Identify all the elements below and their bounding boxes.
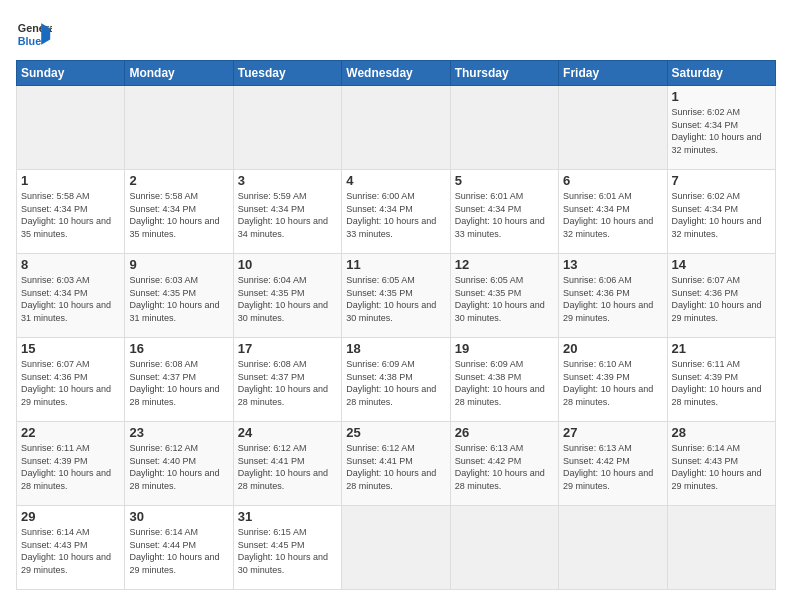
calendar-day-17: 17 Sunrise: 6:08 AM Sunset: 4:37 PM Dayl… — [233, 338, 341, 422]
calendar-day-22: 22 Sunrise: 6:11 AM Sunset: 4:39 PM Dayl… — [17, 422, 125, 506]
day-details: Sunrise: 6:09 AM Sunset: 4:38 PM Dayligh… — [346, 358, 445, 408]
day-number: 19 — [455, 341, 554, 356]
day-header-sunday: Sunday — [17, 61, 125, 86]
day-number: 25 — [346, 425, 445, 440]
calendar-day-24: 24 Sunrise: 6:12 AM Sunset: 4:41 PM Dayl… — [233, 422, 341, 506]
day-details: Sunrise: 6:14 AM Sunset: 4:43 PM Dayligh… — [21, 526, 120, 576]
calendar-day-1: 1 Sunrise: 5:58 AM Sunset: 4:34 PM Dayli… — [17, 170, 125, 254]
day-details: Sunrise: 6:04 AM Sunset: 4:35 PM Dayligh… — [238, 274, 337, 324]
day-number: 13 — [563, 257, 662, 272]
day-details: Sunrise: 6:01 AM Sunset: 4:34 PM Dayligh… — [455, 190, 554, 240]
day-details: Sunrise: 6:03 AM Sunset: 4:34 PM Dayligh… — [21, 274, 120, 324]
calendar-day-3: 3 Sunrise: 5:59 AM Sunset: 4:34 PM Dayli… — [233, 170, 341, 254]
day-number: 22 — [21, 425, 120, 440]
calendar-day-14: 14 Sunrise: 6:07 AM Sunset: 4:36 PM Dayl… — [667, 254, 775, 338]
day-header-saturday: Saturday — [667, 61, 775, 86]
day-details: Sunrise: 5:59 AM Sunset: 4:34 PM Dayligh… — [238, 190, 337, 240]
day-number: 30 — [129, 509, 228, 524]
day-number: 15 — [21, 341, 120, 356]
calendar-day-20: 20 Sunrise: 6:10 AM Sunset: 4:39 PM Dayl… — [559, 338, 667, 422]
calendar-day-18: 18 Sunrise: 6:09 AM Sunset: 4:38 PM Dayl… — [342, 338, 450, 422]
day-number: 29 — [21, 509, 120, 524]
day-details: Sunrise: 6:13 AM Sunset: 4:42 PM Dayligh… — [563, 442, 662, 492]
day-header-friday: Friday — [559, 61, 667, 86]
calendar-week-0: 1 Sunrise: 6:02 AM Sunset: 4:34 PM Dayli… — [17, 86, 776, 170]
day-details: Sunrise: 6:06 AM Sunset: 4:36 PM Dayligh… — [563, 274, 662, 324]
calendar-day-31: 31 Sunrise: 6:15 AM Sunset: 4:45 PM Dayl… — [233, 506, 341, 590]
day-header-monday: Monday — [125, 61, 233, 86]
day-details: Sunrise: 6:09 AM Sunset: 4:38 PM Dayligh… — [455, 358, 554, 408]
day-details: Sunrise: 6:11 AM Sunset: 4:39 PM Dayligh… — [672, 358, 771, 408]
calendar-day-16: 16 Sunrise: 6:08 AM Sunset: 4:37 PM Dayl… — [125, 338, 233, 422]
day-number: 6 — [563, 173, 662, 188]
logo: General Blue — [16, 16, 52, 52]
day-details: Sunrise: 6:03 AM Sunset: 4:35 PM Dayligh… — [129, 274, 228, 324]
calendar-day-2: 2 Sunrise: 5:58 AM Sunset: 4:34 PM Dayli… — [125, 170, 233, 254]
calendar-day-7: 7 Sunrise: 6:02 AM Sunset: 4:34 PM Dayli… — [667, 170, 775, 254]
day-number: 1 — [672, 89, 771, 104]
day-details: Sunrise: 6:02 AM Sunset: 4:34 PM Dayligh… — [672, 190, 771, 240]
calendar-day-empty — [667, 506, 775, 590]
day-header-tuesday: Tuesday — [233, 61, 341, 86]
calendar-day-empty — [559, 86, 667, 170]
calendar-table: SundayMondayTuesdayWednesdayThursdayFrid… — [16, 60, 776, 590]
calendar-day-empty — [233, 86, 341, 170]
calendar-day-5: 5 Sunrise: 6:01 AM Sunset: 4:34 PM Dayli… — [450, 170, 558, 254]
calendar-day-empty — [342, 86, 450, 170]
calendar-week-3: 15 Sunrise: 6:07 AM Sunset: 4:36 PM Dayl… — [17, 338, 776, 422]
calendar-day-9: 9 Sunrise: 6:03 AM Sunset: 4:35 PM Dayli… — [125, 254, 233, 338]
calendar-day-13: 13 Sunrise: 6:06 AM Sunset: 4:36 PM Dayl… — [559, 254, 667, 338]
day-details: Sunrise: 6:05 AM Sunset: 4:35 PM Dayligh… — [455, 274, 554, 324]
day-number: 12 — [455, 257, 554, 272]
calendar-day-12: 12 Sunrise: 6:05 AM Sunset: 4:35 PM Dayl… — [450, 254, 558, 338]
day-number: 2 — [129, 173, 228, 188]
calendar-day-6: 6 Sunrise: 6:01 AM Sunset: 4:34 PM Dayli… — [559, 170, 667, 254]
day-details: Sunrise: 6:12 AM Sunset: 4:40 PM Dayligh… — [129, 442, 228, 492]
day-details: Sunrise: 6:10 AM Sunset: 4:39 PM Dayligh… — [563, 358, 662, 408]
day-details: Sunrise: 6:14 AM Sunset: 4:43 PM Dayligh… — [672, 442, 771, 492]
calendar-week-1: 1 Sunrise: 5:58 AM Sunset: 4:34 PM Dayli… — [17, 170, 776, 254]
header-row: SundayMondayTuesdayWednesdayThursdayFrid… — [17, 61, 776, 86]
day-number: 1 — [21, 173, 120, 188]
day-details: Sunrise: 6:07 AM Sunset: 4:36 PM Dayligh… — [21, 358, 120, 408]
calendar-day-empty — [125, 86, 233, 170]
calendar-day-29: 29 Sunrise: 6:14 AM Sunset: 4:43 PM Dayl… — [17, 506, 125, 590]
day-number: 18 — [346, 341, 445, 356]
day-details: Sunrise: 5:58 AM Sunset: 4:34 PM Dayligh… — [21, 190, 120, 240]
calendar-day-empty — [450, 506, 558, 590]
day-details: Sunrise: 6:13 AM Sunset: 4:42 PM Dayligh… — [455, 442, 554, 492]
calendar-day-11: 11 Sunrise: 6:05 AM Sunset: 4:35 PM Dayl… — [342, 254, 450, 338]
day-number: 3 — [238, 173, 337, 188]
day-number: 9 — [129, 257, 228, 272]
calendar-day-4: 4 Sunrise: 6:00 AM Sunset: 4:34 PM Dayli… — [342, 170, 450, 254]
calendar-week-2: 8 Sunrise: 6:03 AM Sunset: 4:34 PM Dayli… — [17, 254, 776, 338]
day-details: Sunrise: 6:02 AM Sunset: 4:34 PM Dayligh… — [672, 106, 771, 156]
calendar-day-25: 25 Sunrise: 6:12 AM Sunset: 4:41 PM Dayl… — [342, 422, 450, 506]
day-number: 26 — [455, 425, 554, 440]
day-number: 21 — [672, 341, 771, 356]
calendar-week-5: 29 Sunrise: 6:14 AM Sunset: 4:43 PM Dayl… — [17, 506, 776, 590]
day-number: 27 — [563, 425, 662, 440]
calendar-day-1: 1 Sunrise: 6:02 AM Sunset: 4:34 PM Dayli… — [667, 86, 775, 170]
day-number: 11 — [346, 257, 445, 272]
day-number: 20 — [563, 341, 662, 356]
calendar-day-empty — [17, 86, 125, 170]
day-details: Sunrise: 6:05 AM Sunset: 4:35 PM Dayligh… — [346, 274, 445, 324]
day-number: 28 — [672, 425, 771, 440]
calendar-day-empty — [342, 506, 450, 590]
calendar-week-4: 22 Sunrise: 6:11 AM Sunset: 4:39 PM Dayl… — [17, 422, 776, 506]
calendar-day-10: 10 Sunrise: 6:04 AM Sunset: 4:35 PM Dayl… — [233, 254, 341, 338]
day-number: 7 — [672, 173, 771, 188]
calendar-day-empty — [559, 506, 667, 590]
day-details: Sunrise: 5:58 AM Sunset: 4:34 PM Dayligh… — [129, 190, 228, 240]
calendar-day-26: 26 Sunrise: 6:13 AM Sunset: 4:42 PM Dayl… — [450, 422, 558, 506]
day-details: Sunrise: 6:15 AM Sunset: 4:45 PM Dayligh… — [238, 526, 337, 576]
day-details: Sunrise: 6:01 AM Sunset: 4:34 PM Dayligh… — [563, 190, 662, 240]
day-details: Sunrise: 6:11 AM Sunset: 4:39 PM Dayligh… — [21, 442, 120, 492]
page-header: General Blue — [16, 16, 776, 52]
day-details: Sunrise: 6:08 AM Sunset: 4:37 PM Dayligh… — [129, 358, 228, 408]
calendar-day-19: 19 Sunrise: 6:09 AM Sunset: 4:38 PM Dayl… — [450, 338, 558, 422]
calendar-day-23: 23 Sunrise: 6:12 AM Sunset: 4:40 PM Dayl… — [125, 422, 233, 506]
calendar-day-21: 21 Sunrise: 6:11 AM Sunset: 4:39 PM Dayl… — [667, 338, 775, 422]
day-details: Sunrise: 6:14 AM Sunset: 4:44 PM Dayligh… — [129, 526, 228, 576]
